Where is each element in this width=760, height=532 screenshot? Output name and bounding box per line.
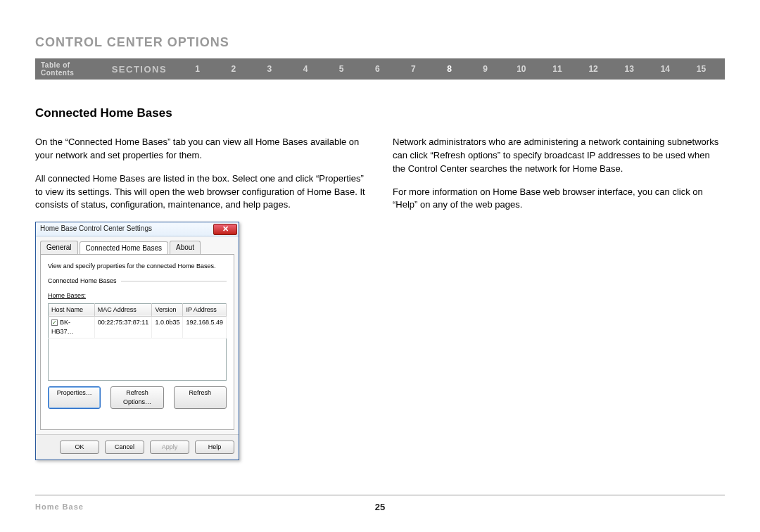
dialog-footer: OK Cancel Apply Help — [36, 434, 239, 460]
nav-section-9[interactable]: 9 — [467, 64, 503, 74]
tab-about[interactable]: About — [170, 241, 201, 255]
col-version[interactable]: Version — [152, 303, 183, 316]
checkbox-icon[interactable]: ✓ — [51, 319, 58, 326]
ok-button[interactable]: OK — [60, 441, 99, 454]
dialog-tab-strip: General Connected Home Bases About — [40, 241, 234, 255]
nav-toc-link[interactable]: Table of Contents — [41, 61, 105, 77]
body-paragraph: Network administrators who are administe… — [393, 136, 725, 176]
col-ip-address[interactable]: IP Address — [183, 303, 227, 316]
refresh-options-button[interactable]: Refresh Options… — [110, 386, 163, 409]
section-subheading: Connected Home Bases — [35, 106, 725, 120]
apply-button[interactable]: Apply — [150, 441, 189, 454]
body-columns: On the “Connected Home Bases” tab you ca… — [35, 136, 725, 460]
col-host-name[interactable]: Host Name — [49, 303, 95, 316]
cell-version: 1.0.0b35 — [152, 316, 183, 338]
nav-section-7[interactable]: 7 — [395, 64, 431, 74]
nav-section-3[interactable]: 3 — [251, 64, 287, 74]
nav-section-6[interactable]: 6 — [360, 64, 395, 74]
dialog-tab-panel: View and specify properties for the conn… — [40, 254, 234, 430]
properties-button[interactable]: Properties… — [48, 386, 101, 409]
right-column: Network administrators who are administe… — [393, 136, 725, 460]
nav-section-4[interactable]: 4 — [288, 64, 324, 74]
settings-dialog: Home Base Control Center Settings ✕ Gene… — [35, 222, 239, 460]
nav-sections-label: SECTIONS — [112, 64, 167, 75]
nav-section-11[interactable]: 11 — [539, 64, 575, 74]
cell-host-name: ✓BK-HB37… — [49, 316, 95, 338]
dialog-title: Home Base Control Center Settings — [40, 224, 152, 234]
table-row[interactable]: ✓BK-HB37… 00:22:75:37:87:11 1.0.0b35 192… — [49, 316, 227, 338]
dialog-body: General Connected Home Bases About View … — [36, 236, 239, 434]
col-mac-address[interactable]: MAC Address — [94, 303, 152, 316]
home-bases-label: Home Bases: — [48, 291, 227, 300]
home-bases-table[interactable]: Host Name MAC Address Version IP Address — [48, 303, 227, 381]
body-paragraph: For more information on Home Base web br… — [393, 186, 725, 213]
nav-section-15[interactable]: 15 — [683, 64, 719, 74]
close-icon[interactable]: ✕ — [213, 224, 237, 235]
nav-section-12[interactable]: 12 — [576, 64, 612, 74]
help-button[interactable]: Help — [195, 441, 234, 454]
left-column: On the “Connected Home Bases” tab you ca… — [35, 136, 367, 460]
section-nav: Table of Contents SECTIONS 1 2 3 4 5 6 7… — [35, 58, 725, 80]
page-footer: Home Base 25 — [35, 495, 725, 511]
fieldset-legend: Connected Home Bases — [48, 277, 121, 286]
panel-button-row: Properties… Refresh Options… Refresh — [48, 386, 227, 409]
nav-section-1[interactable]: 1 — [179, 64, 215, 74]
footer-product-name: Home Base — [35, 502, 84, 511]
nav-section-2[interactable]: 2 — [215, 64, 251, 74]
page-header-title: CONTROL CENTER OPTIONS — [35, 35, 725, 50]
cell-ip: 192.168.5.49 — [183, 316, 227, 338]
nav-section-10[interactable]: 10 — [503, 64, 539, 74]
dialog-titlebar[interactable]: Home Base Control Center Settings ✕ — [36, 222, 239, 236]
page-number: 25 — [375, 502, 385, 512]
cell-mac: 00:22:75:37:87:11 — [94, 316, 152, 338]
tab-general[interactable]: General — [40, 241, 78, 255]
nav-section-14[interactable]: 14 — [647, 64, 683, 74]
nav-section-5[interactable]: 5 — [324, 64, 360, 74]
refresh-button[interactable]: Refresh — [174, 386, 227, 409]
body-paragraph: All connected Home Bases are listed in t… — [35, 172, 367, 213]
cancel-button[interactable]: Cancel — [105, 441, 144, 454]
panel-description: View and specify properties for the conn… — [48, 262, 227, 271]
nav-section-13[interactable]: 13 — [612, 64, 647, 74]
connected-home-bases-fieldset: Connected Home Bases Home Bases: Host Na… — [48, 281, 227, 409]
body-paragraph: On the “Connected Home Bases” tab you ca… — [35, 136, 367, 163]
nav-section-8[interactable]: 8 — [431, 64, 467, 74]
